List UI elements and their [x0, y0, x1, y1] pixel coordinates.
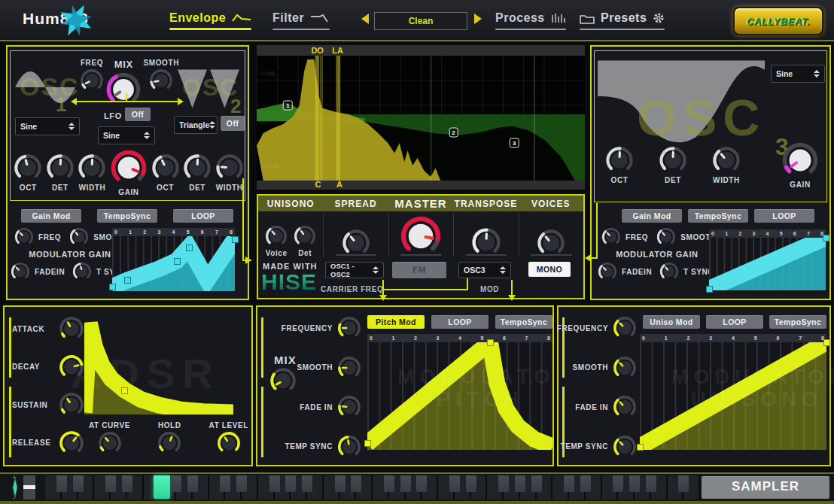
- unisono-det-knob-dial[interactable]: [294, 225, 316, 247]
- adsr-at-curve-knob[interactable]: AT CURVE: [89, 421, 130, 455]
- uni-smooth-knob[interactable]: SMOOTH: [573, 356, 638, 380]
- adsr_env-handle[interactable]: [121, 387, 128, 394]
- black-key[interactable]: [613, 475, 623, 492]
- unisono_mod-handle[interactable]: [823, 339, 830, 346]
- adsr-sustain-knob[interactable]: SUSTAIN: [12, 392, 84, 417]
- tab-filter[interactable]: Filter: [272, 11, 330, 25]
- adsr-release-knob-dial[interactable]: [59, 430, 84, 456]
- gain_mod_left-handle[interactable]: [186, 244, 193, 251]
- pitch_mod-plot[interactable]: [367, 342, 552, 450]
- pitch-frequency-knob-dial[interactable]: [337, 316, 361, 340]
- carrier-select[interactable]: OSC1 - OSC2: [325, 262, 384, 278]
- loop-button[interactable]: LOOP: [173, 209, 233, 223]
- unisono_mod-plot[interactable]: [640, 342, 826, 450]
- temposync-button[interactable]: TempoSync: [769, 315, 826, 329]
- osc2-wave-select[interactable]: Triangle: [174, 116, 218, 134]
- transpose-knob[interactable]: [471, 227, 501, 257]
- transpose-knob-dial[interactable]: [471, 227, 501, 257]
- uni-frequency-knob[interactable]: FREQUENCY: [557, 316, 637, 340]
- black-key[interactable]: [466, 475, 476, 492]
- osc12-gain-knob[interactable]: GAIN: [110, 149, 148, 196]
- master-gain-knob[interactable]: [400, 215, 442, 257]
- gainmod-right-fadein-knob-dial[interactable]: [598, 262, 617, 281]
- piano-keys[interactable]: [0, 474, 700, 501]
- uni-smooth-knob-dial[interactable]: [613, 356, 637, 380]
- black-key[interactable]: [580, 475, 591, 492]
- eq-band-marker-2[interactable]: 2: [449, 128, 458, 138]
- pitch-smooth-knob[interactable]: SMOOTH: [297, 356, 362, 380]
- pitch-temp-sync-knob-dial[interactable]: [337, 435, 361, 459]
- gain-mod-button[interactable]: Gain Mod: [622, 209, 682, 223]
- gainmod-right-tsync-knob[interactable]: T SYNC: [656, 262, 717, 281]
- eq-band-marker-1[interactable]: 1: [283, 100, 292, 110]
- adsr-at-level-knob[interactable]: AT LEVEL: [209, 421, 248, 455]
- osc1-oct-knob[interactable]: OCT: [14, 153, 42, 192]
- osc2-oct-knob[interactable]: OCT: [151, 153, 180, 192]
- pitch-fade-in-knob-dial[interactable]: [337, 395, 361, 419]
- gain_mod_right-handle[interactable]: [823, 235, 829, 241]
- black-key[interactable]: [564, 475, 574, 492]
- mod-source-select[interactable]: OSC3: [458, 262, 511, 278]
- osc3-width-knob[interactable]: WIDTH: [712, 146, 741, 184]
- eq-band-marker-3[interactable]: 3: [510, 138, 519, 148]
- freq-knob-dial[interactable]: [80, 68, 104, 93]
- black-key[interactable]: [269, 475, 280, 492]
- unisono-voice-knob-dial[interactable]: [265, 225, 288, 247]
- black-key[interactable]: [236, 475, 247, 492]
- gainmod-left-tsync-knob-dial[interactable]: [72, 262, 92, 281]
- adsr-decay-knob[interactable]: DECAY: [12, 354, 84, 380]
- osc2-oct-knob-dial[interactable]: [151, 153, 180, 182]
- black-key[interactable]: [122, 475, 132, 492]
- osc2-off-button[interactable]: Off: [221, 116, 245, 131]
- gain_mod_left-plot[interactable]: [112, 236, 235, 291]
- black-key[interactable]: [515, 475, 525, 492]
- master-gain-knob-dial[interactable]: [400, 215, 442, 257]
- unisono-mod-curve[interactable]: 012345678: [640, 334, 826, 450]
- pitch-smooth-knob-dial[interactable]: [337, 356, 361, 380]
- osc1-width-knob[interactable]: WIDTH: [78, 153, 106, 192]
- adsr-sustain-knob-dial[interactable]: [59, 392, 84, 417]
- process-button[interactable]: Process: [495, 11, 566, 25]
- osc3-wave-select[interactable]: Sine: [771, 65, 825, 83]
- temposync-button[interactable]: TempoSync: [495, 315, 552, 329]
- gain_mod_right-handle[interactable]: [706, 286, 713, 293]
- black-key[interactable]: [400, 475, 411, 492]
- preset-display[interactable]: Clean: [374, 12, 467, 30]
- adsr-decay-knob-dial[interactable]: [59, 354, 84, 380]
- spread-knob-dial[interactable]: [342, 229, 370, 257]
- gain_mod_left-handle[interactable]: [174, 258, 181, 265]
- gain_mod_right-plot[interactable]: [709, 238, 826, 290]
- black-key[interactable]: [171, 475, 181, 492]
- smooth-knob-dial[interactable]: [149, 68, 173, 93]
- lfo-wave-select[interactable]: Sine: [98, 126, 155, 144]
- smooth-knob[interactable]: SMOOTH: [144, 59, 180, 93]
- osc3-det-knob-dial[interactable]: [659, 146, 687, 175]
- gainmod-right-tsync-knob-dial[interactable]: [659, 262, 679, 281]
- loop-button[interactable]: LOOP: [431, 315, 489, 329]
- gain-mod-button[interactable]: Gain Mod: [21, 209, 81, 223]
- osc3-gain-knob-dial[interactable]: [781, 141, 819, 179]
- voices-knob-dial[interactable]: [537, 229, 565, 257]
- uni-temp-sync-knob[interactable]: TEMP SYNC: [560, 435, 637, 459]
- temposync-button[interactable]: TempoSync: [97, 209, 157, 223]
- preset-next-button[interactable]: [474, 14, 482, 24]
- gain_mod_left-handle[interactable]: [232, 236, 239, 243]
- osc3-width-knob-dial[interactable]: [712, 146, 741, 175]
- osc1-oct-knob-dial[interactable]: [14, 153, 42, 182]
- fm-button[interactable]: FM: [392, 262, 446, 278]
- black-key[interactable]: [351, 475, 361, 492]
- osc2-width-knob[interactable]: WIDTH: [215, 153, 244, 192]
- osc3-oct-knob-dial[interactable]: [605, 146, 634, 175]
- black-key[interactable]: [498, 475, 509, 492]
- loop-button[interactable]: LOOP: [754, 209, 814, 223]
- osc1-det-knob-dial[interactable]: [46, 153, 75, 182]
- lfo-off-button[interactable]: Off: [125, 108, 151, 121]
- uni-fade-in-knob-dial[interactable]: [613, 395, 637, 419]
- presets-button[interactable]: Presets: [580, 11, 665, 25]
- pitch_mod-handle[interactable]: [487, 339, 494, 346]
- gainmod-left-fadein-knob-dial[interactable]: [11, 262, 30, 281]
- gainmod-right-freq-knob-dial[interactable]: [601, 227, 621, 247]
- black-key[interactable]: [335, 475, 345, 492]
- osc3-gain-knob[interactable]: GAIN: [781, 141, 819, 189]
- black-key[interactable]: [416, 475, 427, 492]
